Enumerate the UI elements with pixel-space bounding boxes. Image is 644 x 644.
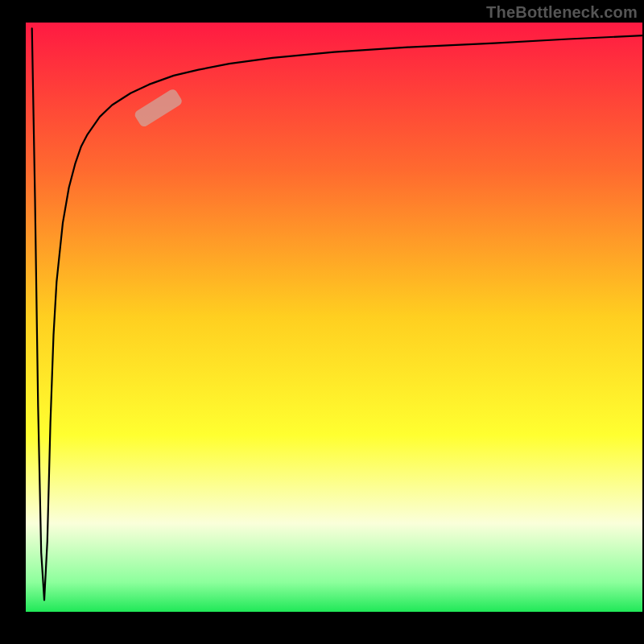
- bottleneck-chart: [0, 0, 644, 644]
- plot-area: [26, 23, 642, 612]
- watermark-text: TheBottleneck.com: [486, 3, 638, 22]
